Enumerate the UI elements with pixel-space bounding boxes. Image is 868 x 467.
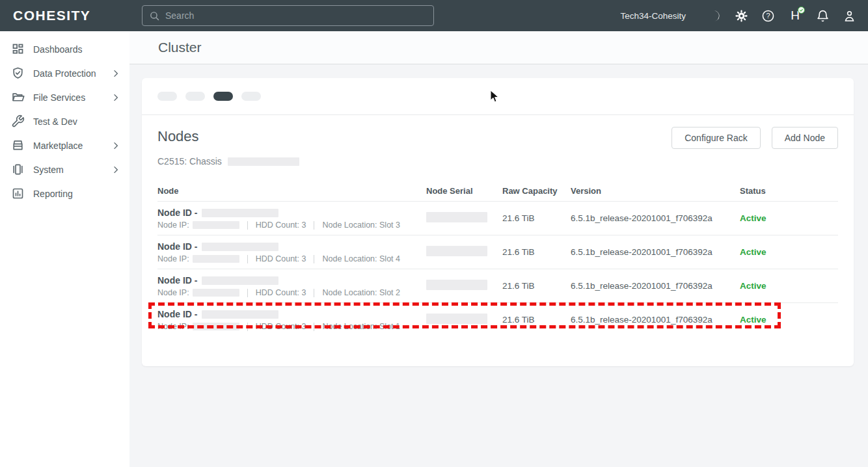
status-cell: Active	[740, 247, 838, 257]
health-status-icon[interactable]: H	[787, 7, 803, 24]
table-header: Node Node Serial Raw Capacity Version St…	[157, 180, 838, 201]
redacted-node-serial	[426, 314, 487, 324]
cluster-tabs	[142, 78, 854, 115]
column-header-status: Status	[740, 186, 838, 196]
add-node-button[interactable]: Add Node	[772, 127, 838, 149]
hdd-count-label: HDD Count: 3	[256, 220, 306, 230]
sidebar-nav: Dashboards Data Protection File Services…	[0, 31, 129, 467]
app-root: COHESITY Tech34-Cohesity	[0, 0, 868, 467]
dark-mode-moon-icon[interactable]	[707, 8, 722, 23]
wrench-icon	[11, 114, 25, 128]
notifications-bell-icon[interactable]	[815, 8, 830, 23]
node-ip-label: Node IP:	[157, 220, 189, 230]
search-icon	[149, 10, 160, 21]
version-cell: 6.5.1b_release-20201001_f706392a	[571, 213, 740, 223]
node-table-row[interactable]: Node ID - Node IP: HDD Count: 3 Node Loc…	[157, 235, 838, 269]
svg-text:?: ?	[766, 12, 770, 20]
status-cell: Active	[740, 315, 838, 325]
node-cell: Node ID - Node IP: HDD Count: 3 Node Loc…	[157, 207, 426, 230]
shield-icon	[11, 66, 25, 80]
node-location-label: Node Location: Slot 3	[322, 220, 400, 230]
separator	[314, 255, 314, 263]
folder-icon	[11, 90, 25, 104]
redacted-node-id	[202, 276, 278, 285]
sidebar-item-reporting[interactable]: Reporting	[0, 181, 129, 206]
redacted-node-serial	[426, 280, 487, 290]
global-search[interactable]	[142, 5, 434, 26]
chassis-info: C2515: Chassis	[157, 156, 838, 167]
sidebar-item-system[interactable]: System	[0, 157, 129, 181]
node-table-row[interactable]: Node ID - Node IP: HDD Count: 3 Node Loc…	[157, 302, 838, 336]
node-serial-cell	[426, 280, 502, 292]
configure-rack-button[interactable]: Configure Rack	[671, 127, 761, 149]
node-cell: Node ID - Node IP: HDD Count: 3 Node Loc…	[157, 308, 426, 331]
raw-capacity-cell: 21.6 TiB	[502, 315, 571, 325]
cohesity-logo: COHESITY	[13, 0, 90, 31]
node-ip-label: Node IP:	[157, 254, 189, 263]
node-location-label: Node Location: Slot 2	[322, 288, 400, 297]
redacted-chassis-name	[228, 157, 299, 166]
redacted-node-ip	[193, 289, 239, 297]
settings-gear-icon[interactable]	[734, 8, 748, 23]
separator	[247, 289, 248, 297]
node-ip-label: Node IP:	[157, 322, 189, 331]
tab-storage-domains[interactable]	[185, 92, 205, 101]
tab-nodes[interactable]	[213, 92, 233, 101]
barchart-icon	[11, 187, 25, 200]
cluster-name-label: Tech34-Cohesity	[620, 11, 686, 21]
node-table-row[interactable]: Node ID - Node IP: HDD Count: 3 Node Loc…	[157, 201, 838, 235]
sidebar-item-file-services[interactable]: File Services	[0, 85, 129, 109]
column-header-version: Version	[571, 186, 740, 196]
node-cell: Node ID - Node IP: HDD Count: 3 Node Loc…	[157, 274, 426, 297]
user-account-icon[interactable]	[842, 8, 856, 23]
nodes-section: Nodes Configure Rack Add Node C2515: Cha…	[142, 115, 854, 336]
chevron-right-icon	[111, 165, 120, 174]
sidebar-item-marketplace[interactable]: Marketplace	[0, 133, 129, 157]
redacted-node-id	[202, 209, 278, 217]
column-header-raw-capacity: Raw Capacity	[502, 186, 571, 196]
storefront-icon	[11, 139, 25, 152]
column-header-node-serial: Node Serial	[426, 186, 502, 196]
sidebar-item-data-protection[interactable]: Data Protection	[0, 61, 129, 85]
separator	[314, 221, 314, 230]
sidebar-item-test-dev[interactable]: Test & Dev	[0, 109, 129, 133]
chassis-icon	[11, 163, 25, 176]
help-icon[interactable]: ?	[761, 8, 775, 23]
node-id-label: Node ID -	[157, 241, 197, 252]
column-header-node: Node	[157, 186, 426, 196]
page-header: Cluster	[129, 31, 868, 64]
redacted-node-ip	[193, 323, 239, 330]
node-serial-cell	[426, 314, 502, 326]
topbar-actions: Tech34-Cohesity	[620, 0, 856, 31]
hdd-count-label: HDD Count: 3	[256, 254, 306, 263]
redacted-node-serial	[426, 246, 487, 256]
separator	[314, 289, 314, 297]
version-cell: 6.5.1b_release-20201001_f706392a	[571, 281, 740, 291]
redacted-node-ip	[193, 221, 239, 229]
status-cell: Active	[740, 281, 838, 291]
chevron-right-icon	[111, 93, 120, 102]
sidebar-item-dashboards[interactable]: Dashboards	[0, 37, 129, 61]
page-title: Cluster	[158, 40, 202, 55]
node-id-label: Node ID -	[157, 309, 197, 319]
node-table-row[interactable]: Node ID - Node IP: HDD Count: 3 Node Loc…	[157, 269, 838, 302]
chevron-right-icon	[111, 69, 120, 78]
tab-key-management-system[interactable]	[241, 92, 261, 101]
raw-capacity-cell: 21.6 TiB	[502, 247, 571, 257]
redacted-node-ip	[193, 255, 239, 263]
redacted-node-id	[202, 243, 278, 251]
search-input[interactable]	[165, 6, 433, 25]
version-cell: 6.5.1b_release-20201001_f706392a	[571, 315, 740, 325]
separator	[247, 323, 248, 331]
table-body: Node ID - Node IP: HDD Count: 3 Node Loc…	[157, 201, 838, 336]
separator	[314, 323, 314, 331]
health-check-badge	[798, 7, 805, 14]
raw-capacity-cell: 21.6 TiB	[502, 213, 571, 223]
hdd-count-label: HDD Count: 3	[256, 288, 306, 297]
node-location-label: Node Location: Slot 4	[322, 254, 400, 263]
node-location-label: Node Location: Slot 1	[322, 322, 400, 331]
hdd-count-label: HDD Count: 3	[256, 322, 306, 331]
dashboards-icon	[11, 42, 25, 56]
tab-summary[interactable]	[157, 92, 177, 101]
separator	[247, 221, 248, 230]
